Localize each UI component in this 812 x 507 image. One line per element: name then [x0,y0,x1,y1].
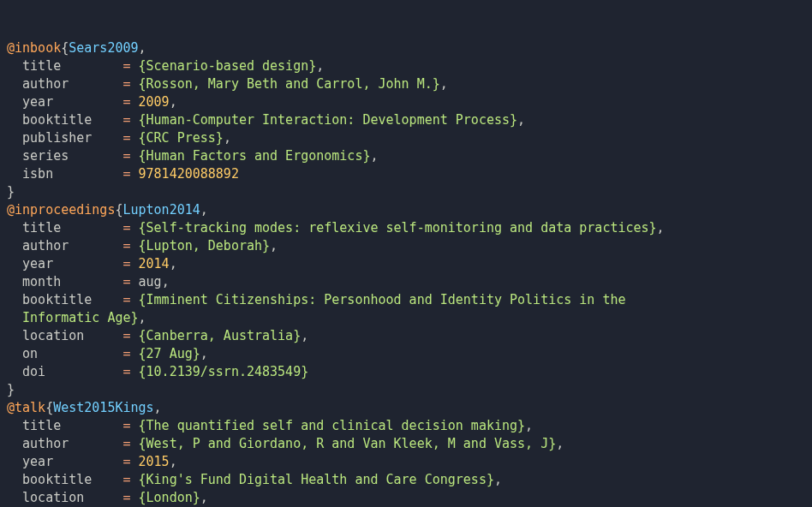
field-name: location [22,328,115,343]
terminator: , [494,472,502,487]
equals-sign: = [122,112,130,128]
field-value: {10.2139/ssrn.2483549} [139,364,309,379]
field-name: title [22,58,115,74]
field-name: year [22,94,115,110]
field-name: location [22,490,115,505]
field-name: publisher [22,130,115,146]
cite-key: West2015Kings [53,400,153,415]
terminator: , [200,346,208,361]
terminator: , [316,58,324,74]
field-value: {Rosson, Mary Beth and Carrol, John M.} [139,76,440,92]
field-value: 9781420088892 [139,166,239,182]
field-value: 2009 [139,94,170,110]
field-value: {King's Fund Digital Health and Care Con… [139,472,494,487]
terminator: , [200,490,208,505]
entry-type: @inbook [7,40,61,56]
field-name: year [22,454,115,469]
field-value: {27 Aug} [139,346,200,361]
terminator: , [170,94,177,110]
field-name: series [22,148,115,164]
field-name: year [22,256,115,271]
field-value: {Lupton, Deborah} [139,238,271,254]
field-value: {Human Factors and Ergonomics} [139,148,371,164]
cite-key: Lupton2014 [122,202,200,218]
equals-sign: = [122,220,130,236]
entry-type: @talk [7,400,45,415]
terminator: , [162,274,170,289]
close-brace: } [7,184,15,200]
field-name: booktitle [22,472,115,487]
field-value: aug [139,274,162,289]
open-brace: { [45,400,53,415]
equals-sign: = [122,328,130,343]
terminator: , [440,76,448,92]
terminator: , [224,130,231,146]
equals-sign: = [122,418,130,433]
cite-key: Sears2009 [69,40,138,56]
field-name: isbn [22,166,115,182]
equals-sign: = [122,76,130,92]
field-value: 2015 [139,454,170,469]
equals-sign: = [122,94,130,110]
equals-sign: = [122,58,130,74]
comma: , [139,40,146,56]
terminator: , [270,238,278,254]
open-brace: { [61,40,69,56]
equals-sign: = [122,274,130,289]
field-value-line1: {Imminent Citizenships: Personhood and I… [139,292,626,307]
field-value: {Self-tracking modes: reflexive self-mon… [139,220,657,236]
equals-sign: = [122,364,130,379]
field-name: author [22,436,115,451]
terminator: , [517,112,525,128]
field-name: author [22,76,115,92]
field-name: month [22,274,115,289]
equals-sign: = [122,490,130,505]
equals-sign: = [122,166,130,182]
field-name: doi [22,364,115,379]
equals-sign: = [122,148,130,164]
entry-type: @inproceedings [7,202,115,218]
field-value: 2014 [139,256,170,271]
terminator: , [170,454,177,469]
comma: , [154,400,162,415]
comma: , [200,202,208,218]
field-value: {Human-Computer Interaction: Development… [139,112,518,128]
close-brace: } [7,382,15,397]
terminator: , [301,328,308,343]
field-name: author [22,238,115,254]
terminator: , [525,418,533,433]
field-value-line2: Informatic Age} [22,310,138,325]
field-value: {London} [139,490,200,505]
equals-sign: = [122,292,130,307]
field-value: {CRC Press} [139,130,224,146]
equals-sign: = [122,238,130,254]
equals-sign: = [122,346,130,361]
field-value: {Scenario-based design} [139,58,317,74]
equals-sign: = [122,130,130,146]
field-value: {Canberra, Australia} [139,328,302,343]
equals-sign: = [122,256,130,271]
equals-sign: = [122,472,130,487]
terminator: , [657,220,665,236]
terminator: , [170,256,177,271]
field-name: title [22,220,115,236]
field-name: booktitle [22,292,115,307]
bibtex-source: @inbook{Sears2009, title = {Scenario-bas… [7,39,805,507]
field-name: title [22,418,115,433]
terminator: , [139,310,146,325]
field-value: {The quantified self and clinical decisi… [139,418,526,433]
field-name: on [22,346,115,361]
terminator: , [556,436,564,451]
field-value: {West, P and Giordano, R and Van Kleek, … [139,436,557,451]
equals-sign: = [122,454,130,469]
field-name: booktitle [22,112,115,128]
equals-sign: = [122,436,130,451]
terminator: , [370,148,378,164]
